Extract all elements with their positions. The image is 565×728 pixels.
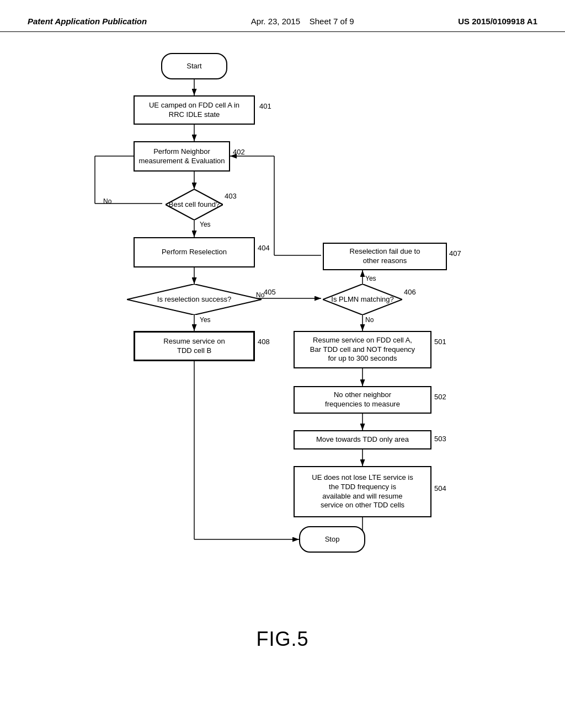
node-402-label: Perform Neighbor measurement & Evaluatio… [138,147,225,166]
node-401: UE camped on FDD cell A in RRC IDLE stat… [134,95,255,125]
start-label: Start [186,62,201,71]
node-504: UE does not lose LTE service is the TDD … [294,466,431,517]
yes-label-403: Yes [200,221,211,228]
patent-number: US 2015/0109918 A1 [458,17,537,26]
header-center: Apr. 23, 2015 Sheet 7 of 9 [251,17,354,26]
no-label-406: No [365,316,374,324]
ref-408: 408 [258,338,270,346]
stop-label: Stop [325,535,340,544]
start-node: Start [161,53,227,79]
ref-406: 406 [404,288,416,296]
ref-407: 407 [449,249,461,258]
ref-405: 405 [264,288,276,296]
node-502-label: No other neighbor frequencies to measure [325,390,400,409]
page: Patent Application Publication Apr. 23, … [0,0,565,728]
node-503: Move towards TDD only area [294,430,431,449]
node-407-label: Reselection fail due to other reasons [350,247,420,266]
yes-label-406: Yes [365,275,376,282]
header: Patent Application Publication Apr. 23, … [0,0,565,32]
stop-node: Stop [299,526,365,553]
node-408-label: Resume service on TDD cell B [163,337,225,356]
publication-title: Patent Application Publication [28,17,147,26]
node-503-label: Move towards TDD only area [316,435,409,445]
ref-501: 501 [434,338,446,346]
node-405-label: Is reselection success? [127,286,262,313]
node-407: Reselection fail due to other reasons [323,243,447,270]
ref-401: 401 [259,102,271,110]
ref-404: 404 [258,244,270,252]
ref-403: 403 [225,192,237,200]
node-408: Resume service on TDD cell B [134,331,255,361]
arrows-svg [45,43,520,622]
node-406-label: Is PLMN matching? [318,286,407,313]
ref-504: 504 [434,484,446,493]
node-402: Perform Neighbor measurement & Evaluatio… [134,141,230,172]
ref-503: 503 [434,435,446,443]
ref-502: 502 [434,393,446,401]
ref-402: 402 [233,148,245,156]
node-501-label: Resume service on FDD cell A, Bar TDD ce… [310,336,415,364]
node-502: No other neighbor frequencies to measure [294,386,431,414]
node-501: Resume service on FDD cell A, Bar TDD ce… [294,331,431,368]
flowchart-diagram: Start UE camped on FDD cell A in RRC IDL… [45,43,520,622]
pub-date: Apr. 23, 2015 [251,17,300,26]
node-504-label: UE does not lose LTE service is the TDD … [312,473,413,511]
figure-caption: FIG.5 [0,628,565,651]
yes-label-405: Yes [200,316,211,324]
node-401-label: UE camped on FDD cell A in RRC IDLE stat… [149,101,239,120]
sheet-info: Sheet 7 of 9 [310,17,354,26]
no-label-403: No [103,197,111,205]
node-404: Perform Reselection [134,237,255,267]
node-404-label: Perform Reselection [162,248,227,257]
no-label-405: No [256,291,264,299]
node-403-label: Best cell found? [156,193,233,216]
